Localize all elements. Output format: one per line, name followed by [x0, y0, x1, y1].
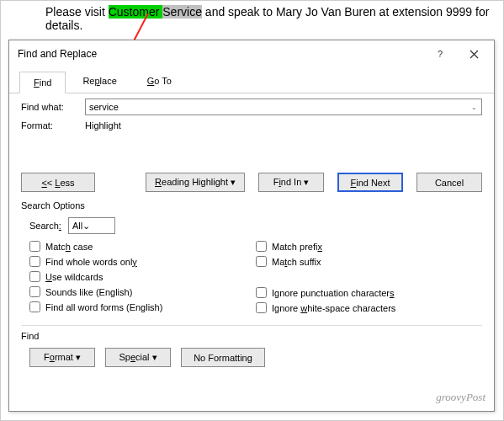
help-button[interactable]: ? [423, 42, 457, 66]
find-what-label: Find what: [21, 102, 85, 112]
dialog-title: Find and Replace [18, 48, 423, 60]
no-formatting-button[interactable]: No Formatting [181, 348, 265, 367]
dialog-titlebar: Find and Replace ? [9, 40, 494, 67]
find-in-button[interactable]: Find In ▾ [258, 173, 324, 192]
doc-highlight-service-selected: Service [162, 5, 202, 19]
format-button[interactable]: Format ▾ [29, 348, 95, 367]
sounds-like-checkbox[interactable]: Sounds like (English) [29, 286, 256, 297]
find-replace-dialog: Find and Replace ? Find Replace Go To Fi… [8, 40, 495, 412]
close-button[interactable] [457, 42, 491, 66]
ignore-punct-checkbox[interactable]: Ignore punctuation characters [256, 287, 482, 298]
format-label: Format: [21, 120, 85, 131]
watermark: groovyPost [436, 391, 485, 404]
special-button[interactable]: Special ▾ [105, 348, 171, 367]
ignore-whitespace-checkbox[interactable]: Ignore white-space characters [256, 302, 482, 313]
find-next-button[interactable]: Find Next [337, 173, 403, 192]
less-button[interactable]: << Less [21, 173, 95, 192]
search-options-label: Search Options [21, 200, 482, 210]
search-direction-value: All [72, 221, 82, 231]
find-what-value: service [89, 102, 119, 112]
dropdown-icon: ⌄ [467, 100, 480, 114]
dropdown-icon: ⌄ [82, 221, 90, 232]
whole-words-checkbox[interactable]: Find whole words only [29, 256, 256, 267]
match-prefix-checkbox[interactable]: Match prefix [256, 241, 482, 252]
close-icon [470, 50, 479, 59]
word-forms-checkbox[interactable]: Find all word forms (English) [29, 301, 256, 312]
search-direction-label: Search: [29, 221, 61, 231]
cancel-button[interactable]: Cancel [416, 173, 482, 192]
wildcards-checkbox[interactable]: Use wildcards [29, 271, 256, 282]
find-section-label: Find [21, 331, 482, 341]
match-case-checkbox[interactable]: Match case [29, 241, 256, 252]
match-suffix-checkbox[interactable]: Match suffix [256, 256, 482, 267]
search-direction-select[interactable]: All ⌄ [68, 217, 115, 234]
reading-highlight-button[interactable]: Reading Highlight ▾ [146, 173, 245, 192]
format-value: Highlight [85, 120, 121, 131]
find-what-input[interactable]: service ⌄ [85, 99, 482, 115]
